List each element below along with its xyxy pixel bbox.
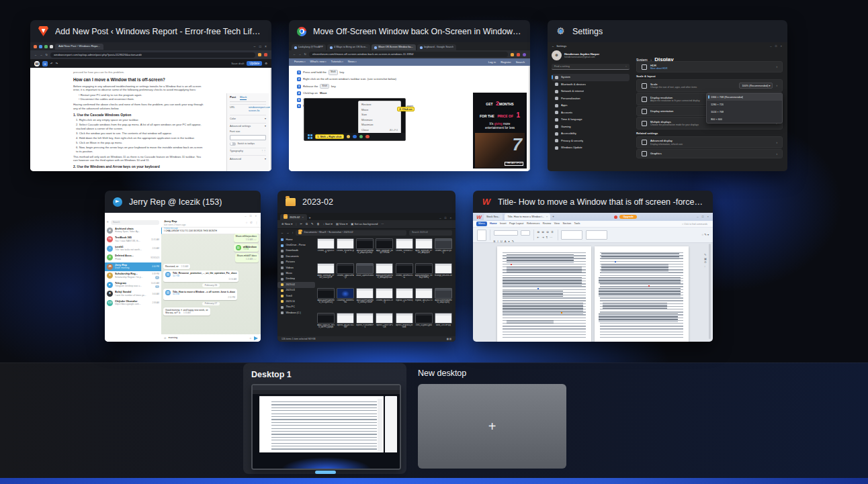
breadcrumb: Documents › SharX › Screenshot › 2023-02 [296, 230, 406, 236]
wps-app-bar: W Stock Sea... Title- How to move a Wind… [473, 213, 713, 221]
browser-tab: Lookylang @ThisAPP [292, 44, 326, 50]
send-icon [254, 336, 258, 340]
window-card-wps-writer[interactable]: W Title- How to move a Window that is of… [473, 191, 713, 342]
settings-nav-item: Accounts [552, 109, 630, 117]
profile-avatar [523, 53, 526, 56]
window-thumbnail: W Stock Sea... Title- How to move a Wind… [473, 213, 713, 342]
date-divider: February 26 [202, 283, 220, 287]
window-card-telegram[interactable]: Jerry Rep @ Icezik (153) – □ × ≡ Search … [105, 191, 261, 342]
window-card-chrome-forum[interactable]: Move Off-Screen Window back On-Screen in… [289, 20, 530, 171]
find-replace-icons: ○ ✎ ▾ [702, 233, 709, 237]
menu-item: View [554, 222, 560, 226]
window-controls: – □ × [770, 44, 783, 48]
sidebar-item-icon [281, 283, 284, 286]
url-field: windowsreport.com/wp/wp-admin/post.php?p… [50, 52, 255, 58]
nav-item-icon [555, 132, 558, 136]
file-thumbnail [356, 263, 374, 274]
more-button: ⋯ [381, 222, 384, 226]
sidebar-item-icon [281, 250, 284, 252]
context-menu-item: Size [359, 112, 400, 117]
file-thumbnail [396, 313, 413, 324]
chat-avatar: D [107, 254, 113, 260]
file-item: cleanmgr_vkbNEEU3st [336, 287, 355, 311]
undo-icon: ↶ [50, 62, 53, 66]
notification-dot [614, 215, 617, 219]
window-thumbnail: – □ × ≡ Search ▣ Archived chatsHistory S… [105, 213, 261, 342]
ad-banner: GET 2MONTHS FOR THE PRICE OF 1 It's givi… [473, 93, 527, 168]
nav-item-icon [555, 111, 558, 114]
message-doc: Share-mfxb37.docx 1:20 AM ✓✓ [235, 253, 259, 262]
forum-navbar: ForumsWhat's newTutorialsNews Log in Reg… [289, 58, 530, 66]
desktop-1-thumbnail[interactable] [251, 384, 401, 470]
sidebar-item: Windows (C:) [277, 310, 315, 316]
chat-list-item: JR Jerry RepDraft: morning 4:00 PM [105, 262, 161, 272]
settings-nav-item: Accessibility [552, 130, 630, 138]
window-titlebar: Jerry Rep @ Icezik (153) [105, 191, 261, 213]
file-item: ApplicationsHost_rWNvyYSHPq [415, 262, 433, 286]
window-title: Move Off-Screen Window back On-Screen in… [313, 27, 522, 36]
sidebar-item: Music [277, 271, 315, 276]
chat-avatar: TS [107, 236, 113, 242]
sidebar-item-icon [281, 278, 284, 281]
context-menu-item: Move [359, 107, 400, 113]
upgrade-button: Upgrade [619, 215, 636, 219]
settings-search: Find a setting ○ [552, 64, 630, 70]
sidebar-item-icon [281, 267, 284, 269]
plus-icon: + [488, 420, 496, 433]
chat-list-pane: ≡ Search ▣ Archived chatsHistory Sport, … [105, 219, 162, 342]
article-step: 2. Select Cascade windows from the pop-u… [76, 123, 205, 130]
browser-addressbar: ←→↻ windowsreport.com/wp/wp-admin/post.p… [30, 50, 271, 59]
search-label: Search [516, 60, 525, 64]
tab-favicon [294, 46, 297, 49]
callout-click-on: 2. Click on [397, 107, 415, 111]
editor-sidebar: Post Block URLwindowsreport.com/off-scre… [226, 93, 269, 171]
tab-post: Post [230, 95, 236, 100]
wordpress-topbar: W + ↶↷ Save draft Update ⚙ [30, 59, 271, 68]
sidebar-item-icon [281, 306, 284, 309]
file-thumbnail [396, 288, 413, 299]
sidebar-item: Downloads [277, 248, 315, 254]
sidebar-item-icon [281, 295, 284, 297]
chat-list-item: ▣ Archived chatsHistory Sport, Yobo: Ay.… [105, 226, 161, 236]
style-gallery [561, 230, 582, 240]
message-doc: ▤ Title- How to move a Window ...s off s… [163, 289, 237, 300]
menu-item: Home [490, 222, 497, 226]
new-desktop-button[interactable]: + [418, 384, 566, 469]
file-item: wprints_bxQjBTSSJSW [336, 311, 355, 336]
chat-list-item: CO Chijioke Okonaforhttps://docs.google.… [105, 299, 161, 308]
chevron-right-icon: › [776, 65, 777, 68]
file-thumbnail [415, 263, 433, 274]
conversation-header: Jerry Rep last seen 2 hours ago ○ ✆ ⋮ [161, 219, 261, 228]
window-card-explorer[interactable]: 2023-02 2023-02× + – □ × ⊕ New ▾ | ✂ ⧉ ✎… [277, 191, 455, 342]
window-titlebar: W Title- How to move a Window that is of… [473, 191, 713, 213]
settings-nav-item: Windows Update [552, 144, 630, 152]
tooltip-toggle [230, 142, 236, 146]
window-thumbnail: ← Settings – □ × ● Henderson Jayden Harp… [548, 42, 787, 171]
paste-button [477, 230, 486, 241]
file-item: Appy_skordsam_ePost_LmvrQ4OP [316, 262, 335, 286]
find-commands-box: ○ Click to find commands [682, 223, 707, 226]
browser-tabstrip: Add New Post ‹ Windows Repo... – □ × [30, 42, 271, 50]
article-body: pressed for how you can fix this problem… [73, 70, 205, 171]
resolution-option: 800 × 600 [707, 115, 782, 123]
chat-list-item: D Deleted Acco...Photo 9/19/2023 [105, 253, 161, 262]
file-item: regbow_QG2Pfbvkq7 [395, 287, 414, 311]
back-icon: ← [281, 231, 284, 235]
file-item: chrome_sfbNH83iXsta [395, 262, 414, 286]
browser-addressbar: ←→↻ elevenforum.com/t/move-off-screen-wi… [289, 50, 530, 58]
window-titlebar: Move Off-Screen Window back On-Screen in… [289, 20, 530, 42]
sidebar-item-icon [281, 273, 284, 275]
wordpress-logo: W [34, 61, 40, 66]
forward-icon: → [40, 53, 42, 57]
window-title: Title- How to move a Window that is off … [498, 197, 705, 207]
window-card-settings[interactable]: ⚙ Settings ← Settings – □ × ● Henderson … [548, 20, 787, 171]
more-icon: ⋮ [255, 221, 258, 225]
file-item: Appy_skordsam_ePost_AWgXj6U [415, 237, 433, 261]
chat-list-item: i icezik1Title: two tasks not worth... 2… [105, 244, 161, 254]
sidebar-item-icon [281, 300, 284, 303]
browser-tab: 4 Ways to Bring an Off-Scre... [327, 44, 370, 50]
nav-item-icon [555, 139, 558, 142]
settings-nav-item: Time & language [552, 116, 630, 124]
window-card-brave-wordpress[interactable]: Add New Post ‹ Windows Report - Error-fr… [30, 20, 271, 171]
file-thumbnail [317, 313, 335, 324]
